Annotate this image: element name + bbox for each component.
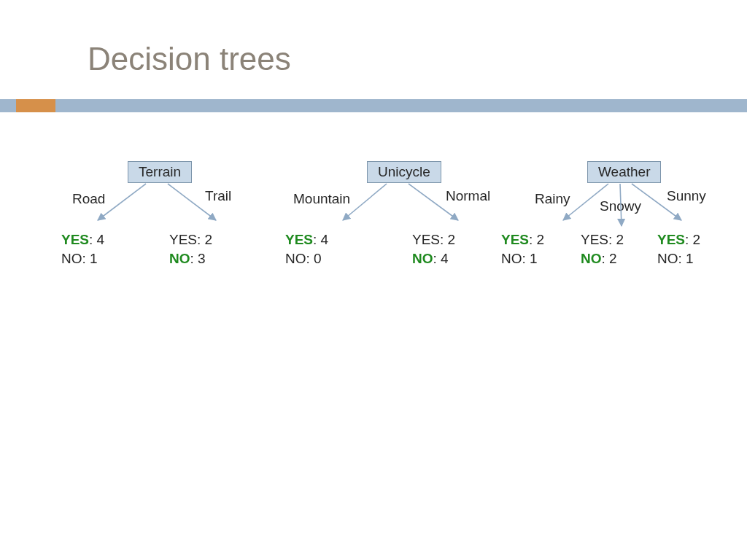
- label-terrain-road: Road: [72, 191, 105, 207]
- counts-terrain-road: YES: 4NO: 1: [61, 230, 104, 268]
- tree-arrows: [0, 0, 747, 560]
- counts-terrain-trail: YES: 2NO: 3: [169, 230, 212, 268]
- title-bar: [0, 99, 747, 112]
- counts-weather-sunny: YES: 2NO: 1: [657, 230, 700, 268]
- label-weather-snowy: Snowy: [600, 198, 641, 214]
- node-unicycle: Unicycle: [367, 161, 441, 183]
- node-terrain: Terrain: [128, 161, 192, 183]
- counts-weather-snowy: YES: 2NO: 2: [581, 230, 624, 268]
- label-unicycle-mountain: Mountain: [293, 191, 350, 207]
- counts-unicycle-normal: YES: 2NO: 4: [412, 230, 455, 268]
- label-weather-rainy: Rainy: [535, 191, 570, 207]
- title-bar-accent: [16, 99, 55, 112]
- label-unicycle-normal: Normal: [446, 188, 490, 204]
- label-weather-sunny: Sunny: [667, 188, 706, 204]
- counts-weather-rainy: YES: 2NO: 1: [501, 230, 544, 268]
- page-title: Decision trees: [88, 41, 291, 77]
- node-weather: Weather: [587, 161, 661, 183]
- label-terrain-trail: Trail: [205, 188, 231, 204]
- counts-unicycle-mountain: YES: 4NO: 0: [285, 230, 328, 268]
